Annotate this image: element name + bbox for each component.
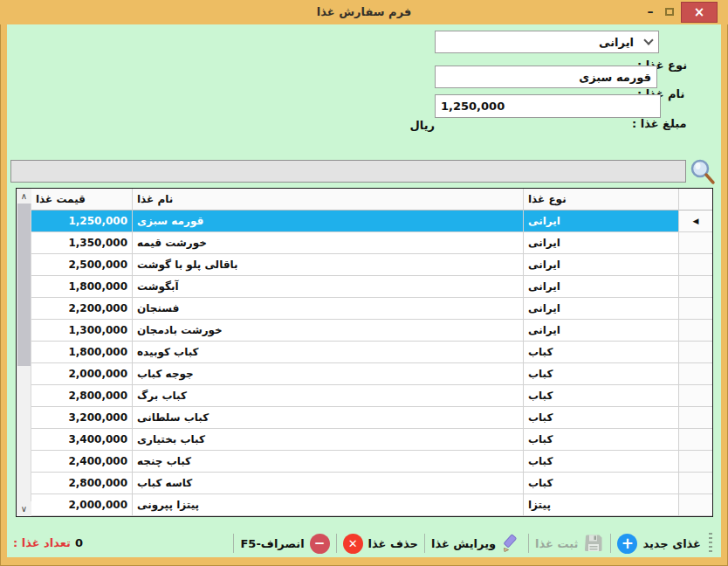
row-header[interactable] — [679, 473, 712, 494]
toolbar-grip[interactable] — [709, 533, 712, 554]
search-input[interactable] — [10, 160, 686, 183]
table-row[interactable]: 2,200,000فسنجانایرانی — [31, 298, 712, 320]
cell-name[interactable]: کباب چنجه — [133, 451, 524, 473]
table-row[interactable]: 2,400,000کباب چنجهکباب — [31, 451, 712, 473]
cell-name[interactable]: کباب بختیاری — [133, 429, 524, 451]
cell-type[interactable]: ایرانی — [524, 211, 679, 232]
row-header[interactable] — [679, 276, 712, 298]
cell-type[interactable]: کباب — [524, 473, 679, 494]
row-header[interactable] — [679, 232, 712, 254]
scrollbar-thumb[interactable] — [17, 204, 31, 366]
close-button[interactable]: × — [681, 2, 718, 23]
table-row[interactable]: 3,400,000کباب بختیاریکباب — [31, 429, 712, 451]
cell-name[interactable]: پیتزا پپرونی — [133, 494, 524, 516]
row-header[interactable] — [679, 320, 712, 342]
table-row[interactable]: 1,350,000خورشت قیمهایرانی — [31, 232, 712, 254]
titlebar: فرم سفارش غذا – × — [0, 0, 728, 24]
scroll-up-icon[interactable]: ∧ — [17, 189, 31, 204]
minimize-button[interactable]: – — [642, 0, 658, 23]
cell-type[interactable]: ایرانی — [524, 320, 679, 342]
cell-type[interactable]: ایرانی — [524, 232, 679, 254]
table-row[interactable]: 2,000,000جوجه کبابکباب — [31, 363, 712, 385]
cell-type[interactable]: پیتزا — [524, 494, 679, 516]
table-row[interactable]: 2,800,000کباب برگکباب — [31, 385, 712, 407]
vertical-scrollbar[interactable]: ∧ ∨ — [17, 189, 31, 516]
cell-name[interactable]: جوجه کباب — [133, 363, 524, 385]
table-row[interactable]: 1,250,000قورمه سبزیایرانی◀ — [31, 211, 712, 232]
cell-type[interactable]: ایرانی — [524, 276, 679, 298]
cell-price[interactable]: 3,400,000 — [31, 429, 133, 451]
row-header[interactable] — [679, 429, 712, 451]
cell-type[interactable]: کباب — [524, 342, 679, 363]
maximize-button[interactable] — [661, 0, 678, 23]
row-header[interactable] — [679, 254, 712, 276]
toolbar-separator — [336, 534, 337, 553]
row-header[interactable] — [679, 342, 712, 363]
row-header[interactable]: ◀ — [679, 211, 712, 232]
cell-name[interactable]: کاسه کباب — [133, 473, 524, 494]
cell-price[interactable]: 2,800,000 — [31, 385, 133, 407]
row-header[interactable] — [679, 298, 712, 320]
table-row[interactable]: 2,800,000کاسه کبابکباب — [31, 473, 712, 494]
new-food-button[interactable]: + غذای جدید — [617, 534, 701, 554]
cell-type[interactable]: کباب — [524, 407, 679, 429]
scroll-down-icon[interactable]: ∨ — [17, 501, 31, 516]
table-row[interactable]: 1,800,000کباب کوبیدهکباب — [31, 342, 712, 363]
column-header-name[interactable]: نام غذا — [133, 189, 524, 211]
row-header[interactable] — [679, 494, 712, 516]
food-name-input[interactable]: قورمه سبزی — [435, 66, 657, 88]
row-header[interactable] — [679, 451, 712, 473]
cell-name[interactable]: باقالی پلو با گوشت — [133, 254, 524, 276]
table-row[interactable]: 2,500,000باقالی پلو با گوشتایرانی — [31, 254, 712, 276]
column-header-type[interactable]: نوع غذا — [524, 189, 679, 211]
cell-price[interactable]: 1,250,000 — [31, 211, 133, 232]
delete-food-button[interactable]: ✕ حذف غذا — [343, 534, 418, 554]
cell-price[interactable]: 2,000,000 — [31, 494, 133, 516]
cell-type[interactable]: کباب — [524, 451, 679, 473]
cell-price[interactable]: 2,400,000 — [31, 451, 133, 473]
bottom-toolbar: انصراف-F5 − ✕ حذف غذا ویرایش غذا ثبت غذا — [233, 529, 712, 557]
column-header-price[interactable]: قیمت غذا — [31, 189, 133, 211]
table-row[interactable]: 1,300,000خورشت بادمجانایرانی — [31, 320, 712, 342]
cell-name[interactable]: خورشت بادمجان — [133, 320, 524, 342]
food-type-select[interactable]: ایرانی — [435, 31, 659, 53]
row-header[interactable] — [679, 363, 712, 385]
cell-price[interactable]: 2,500,000 — [31, 254, 133, 276]
cell-type[interactable]: کباب — [524, 429, 679, 451]
toolbar-separator — [424, 534, 425, 553]
row-header-corner — [679, 189, 712, 211]
cell-type[interactable]: کباب — [524, 385, 679, 407]
cell-name[interactable]: کباب سلطانی — [133, 407, 524, 429]
cell-price[interactable]: 2,800,000 — [31, 473, 133, 494]
cell-price[interactable]: 1,350,000 — [31, 232, 133, 254]
toolbar-separator — [233, 534, 234, 553]
cell-name[interactable]: آبگوشت — [133, 276, 524, 298]
cell-name[interactable]: فسنجان — [133, 298, 524, 320]
cell-type[interactable]: ایرانی — [524, 298, 679, 320]
edit-food-button[interactable]: ویرایش غذا — [431, 533, 522, 554]
cell-price[interactable]: 2,200,000 — [31, 298, 133, 320]
table-row[interactable]: 3,200,000کباب سلطانیکباب — [31, 407, 712, 429]
cell-name[interactable]: کباب کوبیده — [133, 342, 524, 363]
cell-price[interactable]: 1,800,000 — [31, 342, 133, 363]
food-price-input[interactable]: 1,250,000 — [435, 94, 661, 118]
new-button-label: غذای جدید — [642, 537, 701, 550]
row-header[interactable] — [679, 407, 712, 429]
cell-type[interactable]: کباب — [524, 363, 679, 385]
food-type-value: ایرانی — [436, 36, 639, 49]
cell-name[interactable]: کباب برگ — [133, 385, 524, 407]
cancel-button[interactable]: انصراف-F5 − — [240, 534, 329, 554]
delete-button-label: حذف غذا — [368, 537, 418, 550]
table-row[interactable]: 2,000,000پیتزا پپرونیپیتزا — [31, 494, 712, 516]
chevron-down-icon[interactable] — [639, 31, 658, 52]
cell-price[interactable]: 1,800,000 — [31, 276, 133, 298]
cell-price[interactable]: 3,200,000 — [31, 407, 133, 429]
cell-name[interactable]: خورشت قیمه — [133, 232, 524, 254]
cell-type[interactable]: ایرانی — [524, 254, 679, 276]
cell-price[interactable]: 1,300,000 — [31, 320, 133, 342]
cell-price[interactable]: 2,000,000 — [31, 363, 133, 385]
table-row[interactable]: 1,800,000آبگوشتایرانی — [31, 276, 712, 298]
cell-name[interactable]: قورمه سبزی — [133, 211, 524, 232]
save-food-button[interactable]: ثبت غذا — [535, 533, 604, 554]
row-header[interactable] — [679, 385, 712, 407]
